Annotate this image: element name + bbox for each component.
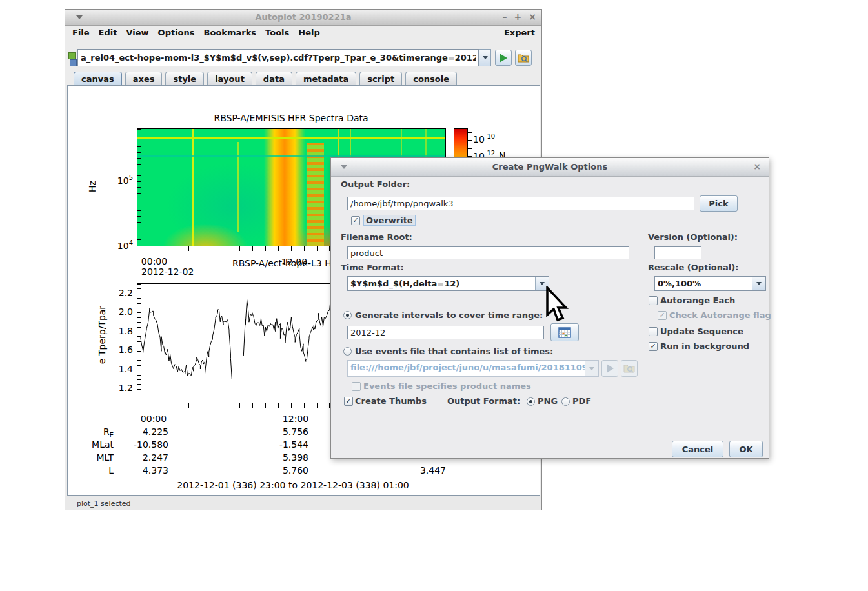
chevron-down-icon <box>589 367 594 370</box>
png-radio[interactable] <box>527 397 535 406</box>
menu-tools[interactable]: Tools <box>265 28 289 37</box>
lineplot-xtick-0000: 00:00 <box>134 414 173 424</box>
output-folder-input[interactable] <box>347 197 694 210</box>
png-label[interactable]: PNG <box>538 396 558 406</box>
check-autorange-flag-label: Check Autorange flag <box>669 310 771 320</box>
use-events-file-radio[interactable] <box>343 347 352 356</box>
lineplot-ytick-1.8: 1.8 <box>104 326 133 336</box>
overwrite-label[interactable]: Overwrite <box>363 215 416 226</box>
row-label: L <box>75 465 114 477</box>
generate-intervals-label[interactable]: Generate intervals to cover time range: <box>355 310 543 320</box>
tab-script[interactable]: script <box>359 72 402 86</box>
row-label: RE <box>75 426 114 439</box>
cancel-button[interactable]: Cancel <box>672 441 723 457</box>
rescale-combobox[interactable]: 0%,100% <box>654 276 766 291</box>
overwrite-checkbox[interactable] <box>351 216 360 225</box>
row-label: MLT <box>75 452 114 465</box>
tab-data[interactable]: data <box>256 72 292 86</box>
chevron-down-icon <box>540 282 545 285</box>
output-folder-label: Output Folder: <box>341 179 410 189</box>
rescale-value: 0%,100% <box>655 277 752 290</box>
tab-metadata[interactable]: metadata <box>296 72 356 86</box>
menu-view[interactable]: View <box>126 28 148 37</box>
pick-button[interactable]: Pick <box>700 195 738 212</box>
events-specifies-label: Events file specifies product names <box>363 381 531 391</box>
go-play-button[interactable] <box>495 50 512 66</box>
menu-edit[interactable]: Edit <box>99 28 117 37</box>
dialog-title: Create PngWalk Options <box>331 162 769 172</box>
time-format-combobox[interactable]: $Y$m$d_$(H,delta=12) <box>347 276 549 291</box>
update-sequence-label[interactable]: Update Sequence <box>660 326 743 336</box>
close-button[interactable]: × <box>529 12 536 22</box>
pdf-radio[interactable] <box>561 397 570 406</box>
menu-help[interactable]: Help <box>298 28 319 37</box>
events-specifies-checkbox <box>352 382 361 391</box>
uri-history-dropdown-button[interactable] <box>479 49 491 66</box>
autorange-each-label[interactable]: Autorange Each <box>660 296 735 305</box>
tab-style[interactable]: style <box>165 72 204 86</box>
run-in-background-label[interactable]: Run in background <box>660 341 749 351</box>
version-input[interactable] <box>654 246 701 259</box>
folder-search-icon <box>623 363 635 374</box>
events-file-browse-button <box>621 360 638 377</box>
spectrogram-title: RBSP-A/EMFISIS HFR Spectra Data <box>194 113 388 123</box>
tab-console[interactable]: console <box>405 72 457 86</box>
spectrogram-ytick-1e4: 104 <box>104 239 133 251</box>
tab-layout[interactable]: layout <box>207 72 252 86</box>
chevron-down-icon <box>756 282 762 285</box>
ok-button[interactable]: OK <box>729 441 763 457</box>
window-title: Autoplot 20190221a <box>65 12 541 22</box>
uri-input[interactable] <box>77 49 479 66</box>
create-pngwalk-options-dialog: Create PngWalk Options × Output Folder: … <box>330 157 769 459</box>
run-in-background-checkbox[interactable] <box>649 342 658 351</box>
filename-root-input[interactable] <box>347 246 629 259</box>
folder-search-icon <box>518 53 529 63</box>
play-icon <box>607 364 614 373</box>
rescale-dropdown-button[interactable] <box>752 277 765 290</box>
spectrogram-y-ticks <box>137 129 141 245</box>
row-value: 4.373 <box>130 465 168 476</box>
use-events-file-label[interactable]: Use events file that contains list of ti… <box>355 346 553 356</box>
minimize-button[interactable]: – <box>503 12 507 22</box>
time-format-dropdown-button[interactable] <box>535 277 549 290</box>
tab-axes[interactable]: axes <box>125 72 163 86</box>
row-value: 4.225 <box>130 426 168 437</box>
calendar-button[interactable] <box>550 323 579 341</box>
colorbar-tick-1e-10: 10-10 <box>473 133 495 145</box>
spectrogram-ytick-1e5: 105 <box>104 174 133 186</box>
row-value: 5.756 <box>270 426 308 437</box>
update-sequence-checkbox[interactable] <box>649 327 658 336</box>
time-range-label: 2012-12-01 (336) 23:00 to 2012-12-03 (33… <box>132 480 454 490</box>
menu-bookmarks[interactable]: Bookmarks <box>204 28 257 37</box>
row-value: 5.760 <box>270 465 308 476</box>
autorange-each-checkbox[interactable] <box>649 296 658 305</box>
maximize-button[interactable]: + <box>514 12 522 22</box>
lineplot-ytick-1.6: 1.6 <box>104 345 133 355</box>
datasource-blue-square-icon <box>70 59 77 66</box>
lineplot-ytick-1.4: 1.4 <box>104 364 133 374</box>
play-icon <box>500 54 507 63</box>
window-titlebar: Autoplot 20190221a – + × <box>65 10 541 26</box>
events-file-dropdown-button <box>585 361 598 376</box>
output-format-label: Output Format: <box>447 396 520 406</box>
create-thumbs-checkbox[interactable] <box>344 397 353 406</box>
events-file-combobox: file:///home/jbf/project/juno/u/masafumi… <box>347 360 599 377</box>
table-row: L 4.373 5.760 3.447 <box>68 465 455 476</box>
inspect-uri-button[interactable] <box>515 50 532 66</box>
dialog-close-button[interactable]: × <box>753 161 761 172</box>
tab-bar: canvas axes style layout data metadata s… <box>74 72 457 86</box>
status-text: plot_1 selected <box>77 499 131 508</box>
row-value: 3.447 <box>407 465 446 476</box>
events-file-value: file:///home/jbf/project/juno/u/masafumi… <box>348 361 585 376</box>
lineplot-ytick-2.2: 2.2 <box>104 288 133 298</box>
time-format-label: Time Format: <box>341 263 404 272</box>
create-thumbs-label[interactable]: Create Thumbs <box>355 396 427 406</box>
tab-canvas[interactable]: canvas <box>74 72 122 86</box>
generate-intervals-radio[interactable] <box>343 311 352 319</box>
pdf-label[interactable]: PDF <box>572 396 591 406</box>
time-range-input[interactable] <box>347 326 544 339</box>
menu-options[interactable]: Options <box>158 28 195 37</box>
filename-root-label: Filename Root: <box>341 232 412 242</box>
expert-mode-label[interactable]: Expert <box>504 28 535 37</box>
menu-file[interactable]: File <box>72 28 90 37</box>
